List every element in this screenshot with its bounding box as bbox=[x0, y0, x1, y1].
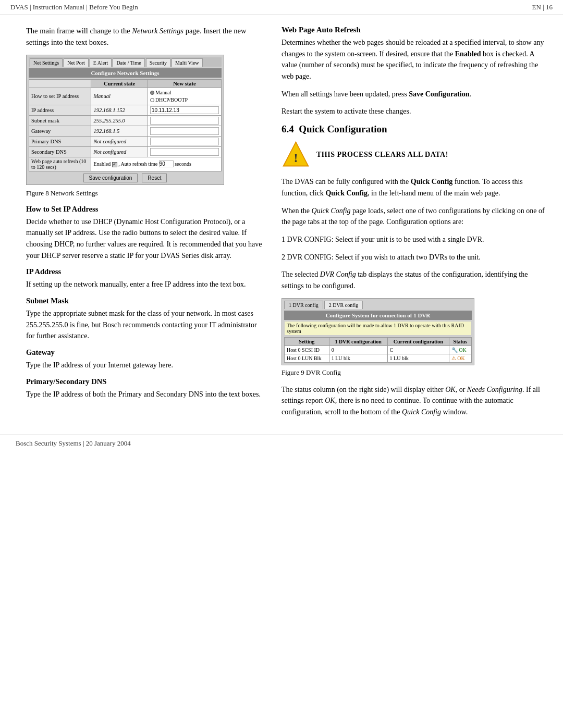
ip-address-input[interactable] bbox=[150, 106, 219, 114]
subnet-mask-input[interactable] bbox=[150, 117, 219, 125]
dvr-col-setting: Setting bbox=[285, 337, 329, 346]
network-settings-table: Current state New state How to set IP ad… bbox=[29, 79, 222, 171]
table-row: Secondary DNS Not configured bbox=[29, 146, 222, 157]
row-current: 192.168.1.5 bbox=[91, 126, 148, 136]
warning-text: THIS PROCESS CLEARS ALL DATA! bbox=[316, 151, 448, 159]
status-ok-icon: 🔧 OK bbox=[451, 347, 467, 353]
row-current: Manual bbox=[91, 88, 148, 105]
dvr-row-setting: Host 0 SCSI ID bbox=[285, 346, 329, 354]
table-row: IP address 192.168.1.152 bbox=[29, 105, 222, 115]
row-label: How to set IP address bbox=[29, 88, 91, 105]
screenshot-buttons: Save configuration Reset bbox=[29, 174, 222, 182]
radio-manual[interactable]: Manual bbox=[150, 89, 219, 96]
save-config-para: When all settings have been updated, pre… bbox=[282, 89, 547, 100]
dvr-notice: The following configuration will be made… bbox=[284, 321, 472, 336]
quick-config-para3: The selected DVR Config tab displays the… bbox=[282, 269, 547, 291]
tab-e-alert[interactable]: E Alert bbox=[90, 58, 112, 67]
quick-config-para1: The DVAS can be fully configured with th… bbox=[282, 176, 547, 199]
primary-dns-input[interactable] bbox=[150, 138, 219, 145]
dvr-col-current: Current configuration bbox=[387, 337, 449, 346]
figure8-caption: Figure 8 Network Settings bbox=[26, 189, 266, 198]
footer-text: Bosch Security Systems | 20 January 2004 bbox=[16, 439, 131, 447]
row-new: Manual DHCP/BOOTP bbox=[148, 88, 221, 105]
section-heading-dns: Primary/Secondary DNS bbox=[26, 377, 266, 386]
table-row: Gateway 192.168.1.5 bbox=[29, 126, 222, 136]
quick-config-1dvr: 1 DVR CONFIG: Select if your unit is to … bbox=[282, 234, 547, 245]
section-heading-gateway: Gateway bbox=[26, 348, 266, 357]
main-content: The main frame will change to the Networ… bbox=[0, 15, 563, 435]
save-config-button[interactable]: Save configuration bbox=[83, 174, 138, 182]
figure9-caption: Figure 9 DVR Config bbox=[282, 368, 547, 377]
right-column: Web Page Auto Refresh Determines whether… bbox=[282, 26, 547, 424]
row-label: Web page auto refresh (10 to 120 secs) bbox=[29, 157, 91, 171]
reset-button[interactable]: Reset bbox=[142, 174, 167, 182]
dvr-tabs: 1 DVR config 2 DVR config bbox=[284, 301, 472, 309]
warning-icon: ! bbox=[282, 140, 310, 169]
status-warn-icon: ⚠ OK bbox=[451, 355, 465, 361]
dvr-row-1dvr: 1 LU blk bbox=[329, 354, 387, 362]
dvr-row-setting: Host 0 LUN Blk bbox=[285, 354, 329, 362]
quick-config-heading: 6.4 Quick Configuration bbox=[282, 124, 547, 135]
section-body-subnet: Type the appropriate subnet mask for the… bbox=[26, 308, 266, 342]
restart-para: Restart the system to activate these cha… bbox=[282, 106, 547, 117]
radio-dhcp[interactable]: DHCP/BOOTP bbox=[150, 96, 219, 104]
secondary-dns-input[interactable] bbox=[150, 148, 219, 156]
dvr-col-1dvr: 1 DVR configuration bbox=[329, 337, 387, 346]
row-new[interactable] bbox=[148, 115, 221, 126]
dvr-status-para: The status column (on the right side) wi… bbox=[282, 384, 547, 418]
row-label: Secondary DNS bbox=[29, 146, 91, 157]
header-right: EN | 16 bbox=[532, 3, 553, 11]
svg-text:!: ! bbox=[294, 151, 298, 165]
refresh-time-input[interactable] bbox=[159, 161, 174, 167]
tab-net-port[interactable]: Net Port bbox=[64, 58, 89, 67]
dvr-table-row: Host 0 SCSI ID 0 C 🔧 OK bbox=[285, 346, 472, 354]
warning-box: ! THIS PROCESS CLEARS ALL DATA! bbox=[282, 140, 547, 169]
dvr-tab-2[interactable]: 2 DVR config bbox=[324, 301, 363, 309]
dvr-config-screenshot: 1 DVR config 2 DVR config Configure Syst… bbox=[282, 298, 474, 365]
dvr-row-current: 1 LU blk bbox=[387, 354, 449, 362]
row-label: Primary DNS bbox=[29, 136, 91, 146]
row-label: Subnet mask bbox=[29, 115, 91, 126]
section-heading-ipaddr: IP Address bbox=[26, 267, 266, 276]
row-new[interactable] bbox=[148, 105, 221, 115]
screenshot-title: Configure Network Settings bbox=[29, 68, 222, 78]
dvr-tab-1[interactable]: 1 DVR config bbox=[284, 301, 323, 309]
row-new[interactable] bbox=[148, 136, 221, 146]
tab-multi-view[interactable]: Multi View bbox=[172, 58, 203, 67]
section-heading-ip: How to Set IP Address bbox=[26, 205, 266, 214]
page-footer: Bosch Security Systems | 20 January 2004 bbox=[0, 435, 563, 452]
quick-config-para2: When the Quick Config page loads, select… bbox=[282, 205, 547, 228]
dvr-table-row: Host 0 LUN Blk 1 LU blk 1 LU blk ⚠ OK bbox=[285, 354, 472, 362]
col-header-label bbox=[29, 79, 91, 88]
section-number: 6.4 bbox=[282, 124, 294, 134]
page-header: DVAS | Instruction Manual | Before You B… bbox=[0, 0, 563, 15]
row-label: IP address bbox=[29, 105, 91, 115]
row-new[interactable] bbox=[148, 146, 221, 157]
section-body-ipaddr: If setting up the network manually, ente… bbox=[26, 279, 266, 290]
section-heading-subnet: Subnet Mask bbox=[26, 297, 266, 305]
row-current: Not configured bbox=[91, 136, 148, 146]
tab-date-time[interactable]: Date / Time bbox=[113, 58, 144, 67]
tab-security[interactable]: Security bbox=[146, 58, 170, 67]
table-row: How to set IP address Manual Manual DHCP… bbox=[29, 88, 222, 105]
dvr-row-1dvr: 0 bbox=[329, 346, 387, 354]
intro-paragraph: The main frame will change to the Networ… bbox=[26, 26, 266, 48]
dvr-row-status: 🔧 OK bbox=[449, 346, 471, 354]
row-new[interactable] bbox=[148, 126, 221, 136]
tab-net-settings[interactable]: Net Settings bbox=[30, 58, 63, 67]
radio-group: Manual DHCP/BOOTP bbox=[150, 89, 219, 104]
enabled-checkbox[interactable] bbox=[112, 162, 117, 167]
col-header-new: New state bbox=[148, 79, 221, 88]
row-refresh: Enabled , Auto refresh time seconds bbox=[91, 157, 222, 171]
section-title: Quick Configuration bbox=[299, 124, 387, 134]
dvr-title: Configure System for connection of 1 DVR bbox=[284, 311, 472, 320]
col-header-current: Current state bbox=[91, 79, 148, 88]
row-current: 255.255.255.0 bbox=[91, 115, 148, 126]
section-body-gateway: Type the IP address of your Internet gat… bbox=[26, 360, 266, 371]
right-heading-refresh: Web Page Auto Refresh bbox=[282, 26, 547, 34]
screenshot-tabs: Net Settings Net Port E Alert Date / Tim… bbox=[29, 57, 222, 67]
dvr-table: Setting 1 DVR configuration Current conf… bbox=[284, 337, 472, 363]
dvr-col-status: Status bbox=[449, 337, 471, 346]
row-label: Gateway bbox=[29, 126, 91, 136]
gateway-input[interactable] bbox=[150, 127, 219, 135]
